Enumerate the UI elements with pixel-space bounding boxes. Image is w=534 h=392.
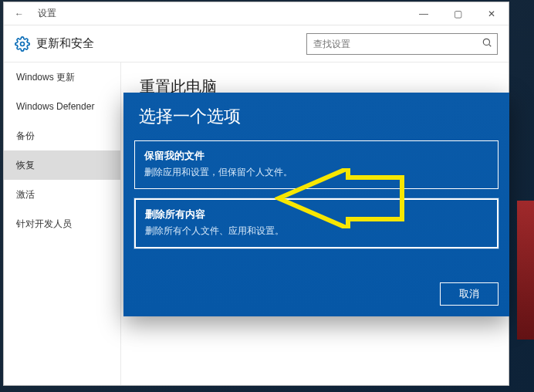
svg-line-2: [489, 45, 492, 47]
svg-point-1: [483, 39, 489, 45]
sidebar-item-label: Windows 更新: [16, 71, 75, 84]
sidebar: Windows 更新 Windows Defender 备份 恢复 激活 针对开…: [4, 63, 121, 385]
sidebar-item-label: 恢复: [16, 159, 35, 172]
sidebar-item-windows-defender[interactable]: Windows Defender: [4, 92, 120, 121]
option-desc: 删除应用和设置，但保留个人文件。: [144, 166, 488, 179]
maximize-button[interactable]: ▢: [441, 2, 475, 25]
maximize-icon: ▢: [454, 8, 462, 19]
dialog-footer: 取消: [134, 282, 499, 306]
sidebar-item-label: Windows Defender: [16, 101, 94, 112]
desktop: ← 设置 — ▢ ✕ 更新和安全: [0, 0, 534, 392]
sidebar-item-activation[interactable]: 激活: [4, 180, 120, 209]
section-title: 更新和安全: [36, 36, 94, 51]
option-remove-everything[interactable]: 删除所有内容 删除所有个人文件、应用和设置。: [134, 198, 499, 248]
search-icon: [482, 37, 492, 50]
back-button[interactable]: ←: [4, 2, 35, 25]
sidebar-item-windows-update[interactable]: Windows 更新: [4, 63, 120, 92]
sidebar-item-recovery[interactable]: 恢复: [4, 150, 120, 180]
desktop-background-strip: [517, 201, 534, 340]
header: 更新和安全: [4, 25, 509, 63]
cancel-label: 取消: [459, 287, 479, 301]
titlebar: ← 设置 — ▢ ✕: [4, 2, 509, 25]
sidebar-item-backup[interactable]: 备份: [4, 121, 120, 150]
option-title: 删除所有内容: [145, 208, 488, 221]
cancel-button[interactable]: 取消: [440, 282, 499, 306]
minimize-icon: —: [419, 8, 428, 19]
sidebar-item-developers[interactable]: 针对开发人员: [4, 209, 120, 238]
back-icon: ←: [15, 8, 24, 19]
option-keep-files[interactable]: 保留我的文件 删除应用和设置，但保留个人文件。: [134, 140, 499, 189]
option-desc: 删除所有个人文件、应用和设置。: [145, 225, 488, 238]
option-title: 保留我的文件: [144, 149, 488, 163]
gear-icon: [15, 36, 30, 52]
close-button[interactable]: ✕: [475, 2, 509, 25]
sidebar-item-label: 激活: [16, 188, 35, 201]
minimize-button[interactable]: —: [407, 2, 441, 25]
search-input[interactable]: [313, 39, 482, 49]
svg-point-0: [21, 42, 25, 46]
window-title: 设置: [35, 7, 56, 20]
search-box[interactable]: [306, 33, 498, 55]
dialog-title: 选择一个选项: [134, 105, 499, 128]
sidebar-item-label: 备份: [16, 130, 35, 143]
close-icon: ✕: [488, 8, 495, 19]
window-controls: — ▢ ✕: [407, 2, 509, 25]
sidebar-item-label: 针对开发人员: [16, 218, 72, 231]
reset-dialog: 选择一个选项 保留我的文件 删除应用和设置，但保留个人文件。 删除所有内容 删除…: [123, 93, 509, 316]
